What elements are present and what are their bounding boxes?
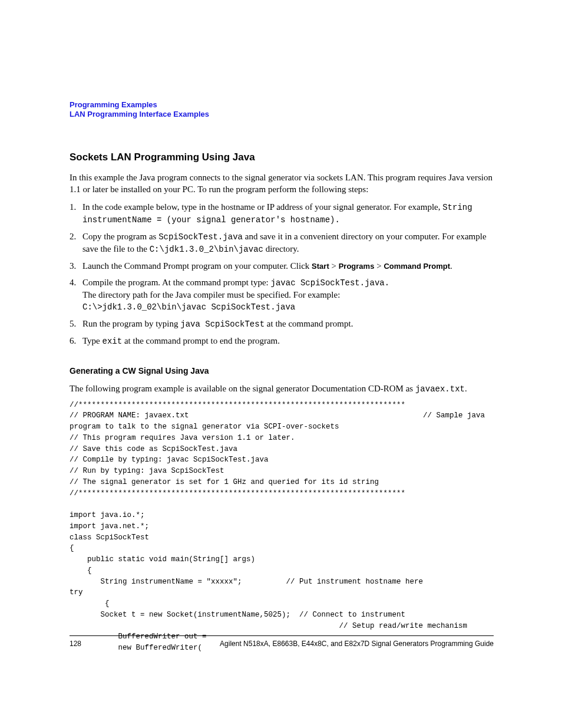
- separator: >: [374, 261, 384, 271]
- step-number: 2.: [70, 230, 82, 255]
- header-line-1: Programming Examples: [70, 100, 492, 110]
- avail-text: The following program example is availab…: [70, 384, 415, 393]
- step-number: 5.: [70, 318, 82, 330]
- step-body: Launch the Command Prompt program on you…: [82, 260, 492, 272]
- section-title: Sockets LAN Programming Using Java: [70, 151, 492, 163]
- inline-code: C:\>jdk1.3.0_02\bin\javac ScpiSockTest.j…: [82, 302, 295, 312]
- step-text: Type: [82, 336, 103, 345]
- step-2: 2. Copy the program as ScpiSockTest.java…: [70, 230, 492, 255]
- step-text: .: [450, 261, 452, 271]
- step-3: 3. Launch the Command Prompt program on …: [70, 260, 492, 272]
- step-4: 4. Compile the program. At the command p…: [70, 276, 492, 313]
- page-footer: 128 Agilent N518xA, E8663B, E44x8C, and …: [70, 640, 494, 648]
- inline-code: javac ScpiSockTest.java.: [271, 278, 390, 288]
- step-number: 3.: [70, 260, 82, 272]
- footer-title: Agilent N518xA, E8663B, E44x8C, and E82x…: [220, 640, 494, 648]
- inline-code: javaex.txt: [415, 384, 465, 394]
- inline-code: java ScpiSockTest: [180, 319, 265, 329]
- step-text: The directory path for the Java compiler…: [82, 290, 340, 299]
- availability-paragraph: The following program example is availab…: [70, 383, 492, 395]
- inline-code: ScpiSockTest.java: [158, 232, 243, 242]
- step-text: at the command prompt to end the program…: [122, 336, 280, 345]
- code-listing: //**************************************…: [70, 400, 492, 654]
- subsection-title: Generating a CW Signal Using Java: [70, 366, 492, 375]
- step-body: Copy the program as ScpiSockTest.java an…: [82, 230, 492, 255]
- step-body: Compile the program. At the command prom…: [82, 276, 492, 313]
- step-number: 1.: [70, 201, 82, 226]
- separator: >: [329, 261, 339, 271]
- step-text: at the command prompt.: [265, 319, 353, 328]
- ui-label: Start: [312, 262, 329, 271]
- ui-label: Programs: [339, 262, 375, 271]
- avail-text: .: [465, 384, 467, 393]
- step-5: 5. Run the program by typing java ScpiSo…: [70, 318, 492, 330]
- step-body: Run the program by typing java ScpiSockT…: [82, 318, 492, 330]
- inline-code: C:\jdk1.3.0_2\bin\javac: [150, 245, 263, 254]
- ui-label: Command Prompt: [384, 262, 450, 271]
- step-text: In the code example below, type in the h…: [82, 202, 442, 212]
- document-page: Programming Examples LAN Programming Int…: [0, 0, 562, 728]
- ordered-steps: 1. In the code example below, type in th…: [70, 201, 492, 347]
- step-text: Copy the program as: [82, 232, 158, 241]
- step-text: directory.: [263, 244, 299, 253]
- step-body: Type exit at the command prompt to end t…: [82, 335, 492, 347]
- intro-paragraph: In this example the Java program connect…: [70, 172, 492, 196]
- footer-rule: [70, 635, 494, 636]
- step-text: Launch the Command Prompt program on you…: [82, 261, 312, 271]
- header-line-2: LAN Programming Interface Examples: [70, 110, 492, 119]
- step-1: 1. In the code example below, type in th…: [70, 201, 492, 226]
- step-body: In the code example below, type in the h…: [82, 201, 492, 226]
- inline-code: exit: [103, 337, 123, 346]
- step-number: 6.: [70, 335, 82, 347]
- step-6: 6. Type exit at the command prompt to en…: [70, 335, 492, 347]
- running-header: Programming Examples LAN Programming Int…: [70, 100, 492, 120]
- step-text: Compile the program. At the command prom…: [82, 278, 271, 287]
- step-text: Run the program by typing: [82, 319, 180, 328]
- page-number: 128: [70, 640, 81, 648]
- step-number: 4.: [70, 276, 82, 313]
